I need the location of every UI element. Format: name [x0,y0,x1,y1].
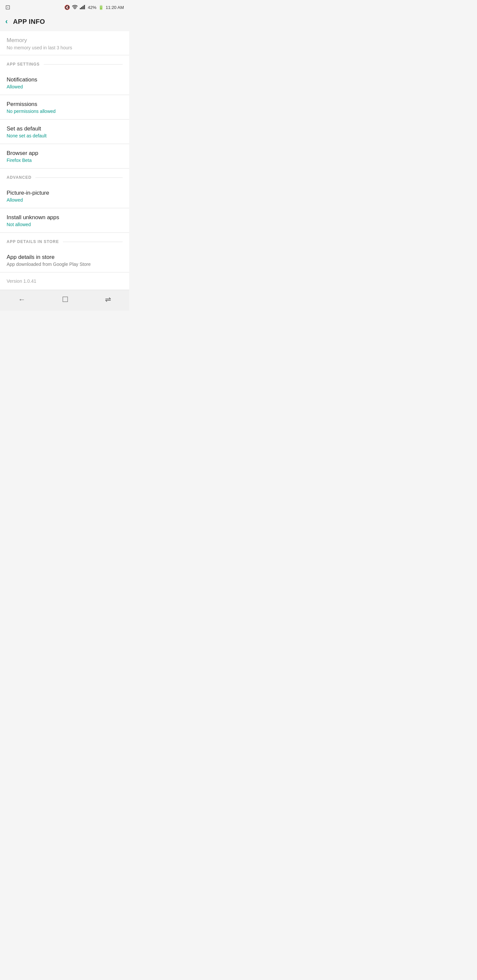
nav-menu-button[interactable]: ⇌ [98,294,118,305]
battery-percent: 42% [88,5,96,10]
browser-app-item[interactable]: Browser app Firefox Beta [0,144,129,169]
nav-recents-icon: ☐ [62,295,69,304]
nav-back-button[interactable]: ← [11,294,32,305]
notifications-title: Notifications [6,76,123,83]
svg-rect-3 [83,6,83,9]
app-bar: ‹ APP INFO [0,13,129,31]
svg-rect-5 [85,5,86,9]
app-details-divider [63,242,123,242]
install-unknown-apps-item[interactable]: Install unknown apps Not allowed [0,208,129,233]
nav-menu-icon: ⇌ [105,295,111,304]
svg-rect-2 [81,7,82,9]
set-as-default-title: Set as default [6,126,123,132]
bottom-nav: ← ☐ ⇌ [0,290,129,310]
back-icon[interactable]: ‹ [3,16,10,27]
nav-back-icon: ← [18,295,26,304]
svg-point-0 [75,9,75,9]
app-status-icon: ⊡ [5,4,10,11]
memory-section: Memory No memory used in last 3 hours [0,31,129,55]
install-unknown-apps-title: Install unknown apps [6,214,123,221]
picture-in-picture-title: Picture-in-picture [6,190,123,196]
app-details-in-store-subtitle: App downloaded from Google Play Store [6,262,123,267]
app-settings-divider [44,64,123,65]
permissions-item[interactable]: Permissions No permissions allowed [0,95,129,119]
browser-app-subtitle: Firefox Beta [6,158,123,163]
status-left: ⊡ [5,4,10,11]
memory-subtitle: No memory used in last 3 hours [6,45,123,50]
browser-app-title: Browser app [6,150,123,157]
app-details-section-header: APP DETAILS IN STORE [0,233,129,248]
wifi-icon [72,5,78,10]
notifications-subtitle: Allowed [6,84,123,89]
app-settings-label: APP SETTINGS [6,62,40,67]
picture-in-picture-item[interactable]: Picture-in-picture Allowed [0,184,129,208]
permissions-subtitle: No permissions allowed [6,108,123,114]
notifications-item[interactable]: Notifications Allowed [0,70,129,95]
signal-icon [80,5,86,10]
svg-rect-1 [80,8,81,9]
app-details-in-store-item[interactable]: App details in store App downloaded from… [0,248,129,272]
app-details-in-store-title: App details in store [6,254,123,261]
nav-recents-button[interactable]: ☐ [55,294,75,305]
picture-in-picture-subtitle: Allowed [6,197,123,203]
advanced-label: ADVANCED [6,175,32,180]
set-as-default-subtitle: None set as default [6,133,123,138]
install-unknown-apps-subtitle: Not allowed [6,222,123,227]
app-bar-title: APP INFO [13,18,45,25]
app-settings-section-header: APP SETTINGS [0,55,129,70]
memory-title: Memory [6,37,123,44]
advanced-section-header: ADVANCED [0,169,129,184]
svg-rect-4 [84,5,85,9]
status-right: 🔇 42% 🔋 11:20 AM [64,5,124,10]
time: 11:20 AM [106,5,124,10]
mute-icon: 🔇 [64,5,70,10]
advanced-divider [35,177,123,178]
version-text: Version 1.0.41 [0,272,129,290]
battery-icon: 🔋 [98,5,104,10]
app-details-label: APP DETAILS IN STORE [6,239,59,244]
set-as-default-item[interactable]: Set as default None set as default [0,119,129,144]
permissions-title: Permissions [6,101,123,108]
status-bar: ⊡ 🔇 42% 🔋 11:20 AM [0,0,129,13]
